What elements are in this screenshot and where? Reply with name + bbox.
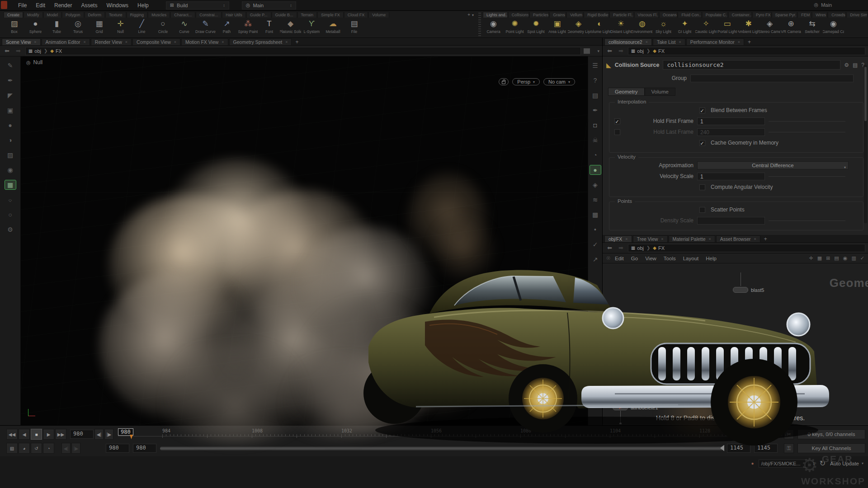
node-attribdelete1[interactable]: ✗ attribdelete1	[613, 404, 658, 410]
node-blast5[interactable]: blast5	[733, 287, 764, 293]
shelf-tab[interactable]: Charact...	[170, 12, 195, 18]
viewport-3d[interactable]: ◎ Null Persp▾ No cam▾	[21, 56, 588, 425]
breadcrumb-obj[interactable]: ▦obj	[631, 245, 644, 251]
lock-camera-icon[interactable]: ◘	[590, 121, 601, 130]
realtime-icon[interactable]: ◔	[43, 443, 54, 454]
spinner-icon[interactable]: ↕	[223, 3, 225, 8]
key-all-channels-button[interactable]: Key All Channels	[797, 443, 865, 453]
top-right-label[interactable]: Main	[821, 2, 832, 8]
keyframe-options-icon[interactable]: ▧	[6, 443, 18, 454]
scale-tool-icon[interactable]: ▨	[5, 150, 16, 160]
menu-item[interactable]: Edit	[611, 255, 627, 262]
pin-icon[interactable]: ☉	[606, 256, 610, 261]
shelf-menu-arrow[interactable]: ▾	[472, 13, 474, 17]
value-ladder[interactable]	[769, 221, 845, 221]
shelf-tool[interactable]: ◍Environment Light	[632, 19, 653, 38]
shelf-tab[interactable]: Fluid Con...	[678, 12, 701, 18]
playback-range-start-field[interactable]: 980	[133, 444, 156, 453]
menu-item[interactable]: Help	[133, 1, 153, 10]
play-button[interactable]: ▶	[43, 429, 54, 440]
net-grid-icon[interactable]: ▦	[817, 255, 822, 261]
breadcrumb-fx[interactable]: ◆FX	[50, 48, 62, 54]
shelf-tab[interactable]: Cloud FX	[344, 12, 368, 18]
snapshot-icon[interactable]: ▤	[590, 91, 601, 100]
velocity-scale-field[interactable]: 1	[697, 173, 765, 180]
current-frame-field[interactable]: 980	[70, 430, 94, 439]
group-field[interactable]	[690, 75, 854, 82]
move-tool-icon[interactable]: ●	[5, 121, 16, 130]
shelf-tab[interactable]: Guide B...	[272, 12, 297, 18]
pane-tab[interactable]: Motion FX View×	[181, 38, 228, 45]
display-points-icon[interactable]: ●	[590, 165, 601, 174]
shelf-tab[interactable]: Vellum	[566, 12, 583, 18]
pane-tab[interactable]: obj/FX×	[604, 235, 632, 242]
pointer-icon[interactable]: ↗	[590, 255, 601, 264]
path-field[interactable]: ▦obj ❯ ◆FX	[628, 244, 865, 252]
param-folder-tab[interactable]: Volume	[645, 88, 675, 96]
value-ladder[interactable]	[769, 132, 845, 132]
back-button[interactable]: ⬅	[605, 47, 614, 54]
hold-first-frame-field[interactable]: 1	[697, 117, 765, 125]
close-tab-icon[interactable]: ×	[661, 237, 663, 241]
shelf-tool[interactable]: ⁂Spray Paint	[237, 19, 259, 38]
breadcrumb-fx[interactable]: ◆FX	[653, 245, 665, 251]
close-tab-icon[interactable]: ×	[84, 40, 86, 44]
scatter-points-checkbox[interactable]	[699, 207, 705, 213]
net-add-icon[interactable]: ✛	[809, 255, 813, 261]
shelf-tool[interactable]: ☼Sky Light	[653, 19, 674, 38]
shelf-tab[interactable]: Populate C...	[702, 12, 728, 18]
shelf-tab[interactable]: FEM	[797, 12, 811, 18]
shelf-tool[interactable]: TFont	[259, 19, 280, 38]
network-canvas[interactable]: Geome blast5 ✗ attribdelete1 Hold 8 or P…	[603, 263, 868, 424]
blend-between-frames-checkbox[interactable]: ✓	[699, 108, 705, 113]
rotate-tool-icon[interactable]: ◑	[5, 136, 16, 145]
menu-item[interactable]: Windows	[102, 1, 133, 10]
close-tab-icon[interactable]: ×	[738, 40, 740, 44]
shelf-tab[interactable]: Particles	[529, 12, 549, 18]
shelf-tool[interactable]: ☁Metaball	[322, 19, 344, 38]
breadcrumb-fx[interactable]: ◆FX	[653, 48, 665, 54]
presets-icon[interactable]: ▤	[853, 62, 858, 68]
shelf-tab[interactable]: Hair Utils	[222, 12, 246, 18]
shelf-tool[interactable]: ✧Caustic Light	[695, 19, 717, 38]
shelf-divider-handle[interactable]	[478, 13, 481, 36]
ghost-objects-icon[interactable]: ◔	[590, 150, 601, 160]
shelf-tab[interactable]: Volume	[368, 12, 389, 18]
back-button[interactable]: ⬅	[3, 47, 11, 54]
shelf-tool[interactable]: ○Circle	[152, 19, 174, 38]
close-tab-icon[interactable]: ×	[34, 40, 36, 44]
net-check-icon[interactable]: ✓	[860, 255, 864, 261]
shelf-tab[interactable]: Crowds	[828, 12, 846, 18]
approximation-dropdown[interactable]: Central Difference▾	[697, 161, 849, 169]
shelf-tool[interactable]: ✹Spot Light	[525, 19, 547, 38]
shelf-tool[interactable]: ▭Portal Light	[717, 19, 738, 38]
camera-selector[interactable]: No cam▾	[543, 78, 575, 85]
breadcrumb-obj[interactable]: ▦obj	[631, 48, 644, 54]
path-field[interactable]: ▦obj ❯ ◆FX	[25, 47, 581, 55]
pane-tab[interactable]: Performance Monitor×	[686, 38, 744, 45]
menu-item[interactable]: View	[642, 255, 660, 262]
net-palette-icon[interactable]: ▥	[851, 255, 856, 261]
shelf-tab[interactable]: Deform	[85, 12, 105, 18]
shelf-tab[interactable]: Rigging	[127, 12, 148, 18]
range-handle[interactable]	[720, 445, 724, 451]
menu-item[interactable]: Help	[702, 255, 720, 262]
shelf-tab[interactable]: Oceans	[659, 12, 677, 18]
shelf-tool[interactable]: ╱Line	[131, 19, 152, 38]
breadcrumb-obj[interactable]: ▦obj	[28, 48, 41, 54]
pane-tab[interactable]: Take List×	[653, 38, 685, 45]
pane-tab[interactable]: Material Palette×	[669, 235, 715, 242]
help-icon[interactable]: ?	[590, 76, 601, 85]
tool-paint-icon[interactable]: ✒	[5, 76, 16, 85]
shelf-tab[interactable]: Modify	[24, 12, 43, 18]
shaded-icon[interactable]: ▩	[590, 210, 601, 219]
menu-item[interactable]: Go	[627, 255, 642, 262]
view-tool-icon[interactable]: ⌔	[5, 195, 16, 204]
shelf-tab[interactable]: Viscous Fl...	[634, 12, 659, 18]
annotate-icon[interactable]: ✒	[590, 106, 601, 115]
shelf-tool[interactable]: ▮Tube	[46, 19, 67, 38]
shelf-tool[interactable]: ●Sphere	[25, 19, 46, 38]
pose-tool-icon[interactable]: ◉	[5, 165, 16, 174]
hold-last-frame-toggle[interactable]	[614, 129, 620, 135]
loop-icon[interactable]: ↺	[31, 443, 42, 454]
